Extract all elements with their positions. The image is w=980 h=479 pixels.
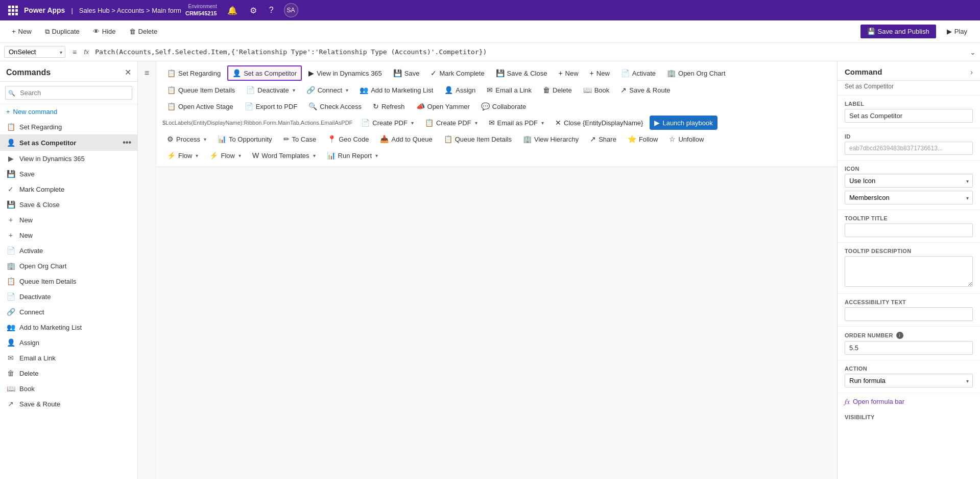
- ribbon-set-as-competitor[interactable]: 👤 Set as Competitor: [227, 65, 302, 81]
- on-select-dropdown[interactable]: OnSelect: [4, 46, 65, 58]
- ribbon-connect[interactable]: 🔗 Connect ▾: [302, 83, 353, 97]
- notifications-icon[interactable]: 🔔: [225, 4, 240, 17]
- avatar[interactable]: SA: [284, 3, 298, 17]
- tooltip-desc-textarea[interactable]: [845, 256, 973, 287]
- formula-sep-button[interactable]: ≡: [69, 47, 80, 57]
- sidebar-item-dots[interactable]: •••: [123, 138, 131, 147]
- order-number-row: Order number i: [845, 332, 973, 339]
- ribbon-new1[interactable]: + New: [554, 66, 583, 80]
- save-publish-button[interactable]: 💾 Save and Publish: [861, 25, 936, 38]
- delete-button[interactable]: 🗑 Delete: [124, 25, 163, 38]
- sidebar-item-save[interactable]: 💾 Save: [0, 166, 137, 181]
- ribbon-save-route[interactable]: ↗ Save & Route: [616, 83, 675, 97]
- formula-input[interactable]: [93, 47, 966, 57]
- label-field-input[interactable]: [845, 109, 973, 123]
- apps-icon[interactable]: [6, 4, 20, 17]
- sidebar-close-button[interactable]: ✕: [125, 67, 131, 77]
- sidebar-item-save-close[interactable]: 💾 Save & Close: [0, 197, 137, 212]
- action-select[interactable]: Run formula Navigate Open URL: [845, 374, 973, 387]
- sidebar-item-activate[interactable]: 📄 Activate: [0, 243, 137, 258]
- ribbon-set-regarding[interactable]: 📋 Set Regarding: [162, 66, 225, 80]
- ribbon-open-yammer[interactable]: 📣 Open Yammer: [412, 99, 474, 113]
- sidebar-item-connect[interactable]: 🔗 Connect: [0, 304, 137, 320]
- ribbon-to-case[interactable]: ✏ To Case: [279, 132, 321, 146]
- sidebar-item-add-marketing[interactable]: 👥 Add to Marketing List: [0, 320, 137, 335]
- ribbon-queue-item-details[interactable]: 📋 Queue Item Details: [162, 83, 240, 97]
- help-icon[interactable]: ?: [267, 4, 276, 17]
- sidebar-item-save-route[interactable]: ↗ Save & Route: [0, 396, 137, 412]
- sidebar-item-delete[interactable]: 🗑 Delete: [0, 366, 137, 381]
- duplicate-button[interactable]: ⧉ Duplicate: [39, 25, 85, 39]
- sidebar-item-assign[interactable]: 👤 Assign: [0, 335, 137, 350]
- use-icon-select-wrap: Use Icon No Icon: [845, 174, 973, 188]
- ribbon-new2[interactable]: + New: [585, 66, 614, 80]
- ribbon-add-to-queue[interactable]: 📥 Add to Queue: [375, 132, 437, 146]
- ribbon-follow[interactable]: ⭐ Follow: [623, 132, 663, 146]
- ribbon-mark-complete[interactable]: ✓ Mark Complete: [426, 66, 489, 80]
- new-button[interactable]: + New: [6, 25, 37, 38]
- sidebar-item-queue-item-details[interactable]: 📋 Queue Item Details: [0, 273, 137, 289]
- ribbon-view-dynamics[interactable]: ▶ View in Dynamics 365: [304, 66, 387, 80]
- ribbon-geo-code[interactable]: 📍 Geo Code: [323, 132, 373, 146]
- ribbon-create-pdf1[interactable]: 📄 Create PDF ▾: [356, 116, 418, 130]
- sidebar-item-mark-complete[interactable]: ✓ Mark Complete: [0, 181, 137, 197]
- ribbon-launch-playbook[interactable]: ▶ Launch playbook: [650, 116, 717, 130]
- ribbon-activate[interactable]: 📄 Activate: [616, 66, 660, 80]
- ribbon-add-marketing[interactable]: 👥 Add to Marketing List: [355, 83, 438, 97]
- ribbon-to-opportunity[interactable]: 📊 To Opportunity: [213, 132, 277, 146]
- members-icon-select[interactable]: MembersIcon: [845, 191, 973, 204]
- accessibility-text-input[interactable]: [845, 307, 973, 321]
- ribbon-view-hierarchy[interactable]: 🏢 View Hierarchy: [518, 132, 583, 146]
- ribbon-assign[interactable]: 👤 Assign: [440, 83, 480, 97]
- ribbon-flow1[interactable]: ⚡ Flow ▾: [162, 148, 203, 163]
- sidebar-item-new1[interactable]: + New: [0, 212, 137, 227]
- hide-button[interactable]: 👁 Hide: [87, 25, 122, 38]
- formula-expand-button[interactable]: ⌄: [970, 48, 976, 56]
- sidebar-item-set-regarding[interactable]: 📋 Set Regarding: [0, 119, 137, 134]
- tree-view-icon[interactable]: ≡: [139, 65, 155, 81]
- ribbon-close-entity[interactable]: ✕ Close {EntityDisplayName}: [551, 116, 648, 130]
- ribbon-open-org-chart[interactable]: 🏢 Open Org Chart: [662, 66, 730, 80]
- ribbon-run-report[interactable]: 📊 Run Report ▾: [322, 148, 383, 163]
- ribbon-save-close[interactable]: 💾 Save & Close: [491, 66, 552, 80]
- ribbon-email-as-pdf[interactable]: ✉ Email as PDF ▾: [484, 116, 548, 130]
- ribbon-process[interactable]: ⚙ Process ▾: [162, 132, 211, 146]
- right-panel-expand-button[interactable]: ›: [970, 68, 973, 76]
- sidebar-item-new2[interactable]: + New: [0, 227, 137, 243]
- ribbon-email-link[interactable]: ✉ Email a Link: [482, 83, 536, 97]
- ribbon-deactivate[interactable]: 📄 Deactivate ▾: [242, 83, 299, 97]
- ribbon-queue-item-details2[interactable]: 📋 Queue Item Details: [439, 132, 516, 146]
- order-number-info-icon[interactable]: i: [896, 332, 903, 339]
- open-formula-bar-button[interactable]: 𝑓𝑥 Open formula bar: [838, 393, 980, 410]
- sidebar-item-view-dynamics[interactable]: ▶ View in Dynamics 365: [0, 151, 137, 166]
- sidebar-item-email-link[interactable]: ✉ Email a Link: [0, 350, 137, 366]
- play-button[interactable]: ▶ Play: [940, 25, 974, 38]
- ribbon-export-pdf[interactable]: 📄 Export to PDF: [240, 99, 302, 113]
- ribbon-save[interactable]: 💾 Save: [389, 66, 424, 80]
- ribbon-share[interactable]: ↗ Share: [585, 132, 621, 146]
- order-number-input[interactable]: [845, 341, 973, 355]
- ribbon-create-pdf2-icon: 📋: [425, 119, 434, 127]
- use-icon-select[interactable]: Use Icon No Icon: [845, 174, 973, 188]
- word-templates-caret: ▾: [313, 153, 316, 158]
- ribbon-delete[interactable]: 🗑 Delete: [538, 83, 577, 97]
- ribbon-flow2[interactable]: ⚡ Flow ▾: [205, 148, 245, 163]
- sidebar-item-open-org-chart[interactable]: 🏢 Open Org Chart: [0, 258, 137, 273]
- ribbon-create-pdf2[interactable]: 📋 Create PDF ▾: [420, 116, 482, 130]
- ribbon-book[interactable]: 📖 Book: [579, 83, 614, 97]
- ribbon-check-access[interactable]: 🔍 Check Access: [304, 99, 366, 113]
- ribbon-open-active-stage[interactable]: 📋 Open Active Stage: [162, 99, 238, 113]
- sidebar-item-deactivate[interactable]: 📄 Deactivate: [0, 289, 137, 304]
- connect-caret: ▾: [346, 87, 348, 93]
- sidebar-search-input[interactable]: [5, 86, 132, 100]
- settings-icon[interactable]: ⚙: [248, 4, 259, 17]
- ribbon-word-templates[interactable]: W Word Templates ▾: [248, 148, 320, 163]
- ribbon-refresh[interactable]: ↻ Refresh: [368, 99, 410, 113]
- id-field-input[interactable]: [845, 142, 973, 155]
- new-command-button[interactable]: + New command: [0, 104, 137, 119]
- sidebar-item-book[interactable]: 📖 Book: [0, 381, 137, 396]
- ribbon-collaborate[interactable]: 💬 Collaborate: [476, 99, 531, 113]
- sidebar-item-set-as-competitor[interactable]: 👤 Set as Competitor •••: [0, 134, 137, 151]
- tooltip-title-input[interactable]: [845, 223, 973, 237]
- ribbon-unfollow[interactable]: ☆ Unfollow: [664, 132, 708, 146]
